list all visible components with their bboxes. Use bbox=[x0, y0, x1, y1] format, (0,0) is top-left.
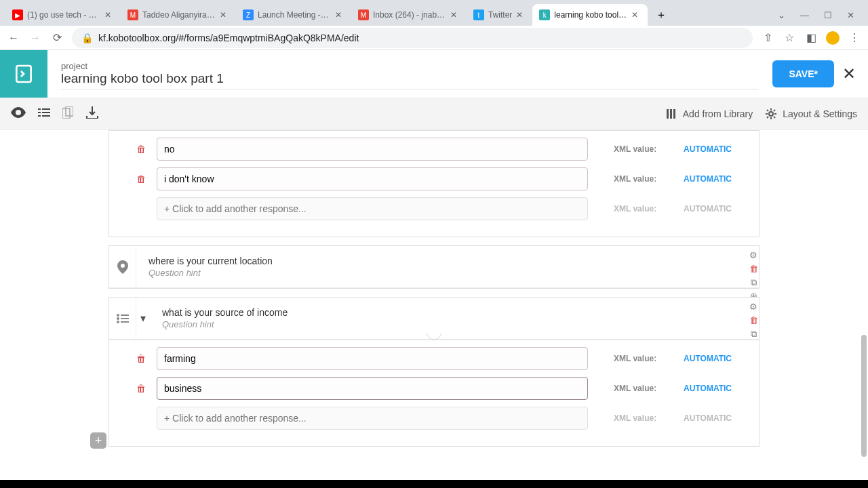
url-input[interactable]: 🔒 kf.kobotoolbox.org/#/forms/a9EmqwptmiB… bbox=[72, 28, 753, 48]
add-from-library-button[interactable]: Add from Library bbox=[665, 108, 753, 120]
lock-icon: 🔒 bbox=[81, 33, 93, 43]
close-icon[interactable]: ✕ bbox=[450, 10, 460, 20]
window-controls: ⌄ — ☐ ✕ bbox=[778, 10, 863, 20]
address-bar: ← → ⟳ 🔒 kf.kobotoolbox.org/#/forms/a9Emq… bbox=[0, 26, 868, 50]
tab-zoom[interactable]: ZLaunch Meeting - Zoo✕ bbox=[236, 4, 351, 26]
question-hint[interactable]: Question hint bbox=[162, 319, 747, 329]
chevron-down-icon[interactable]: ⌄ bbox=[778, 10, 785, 20]
share-icon[interactable]: ⇧ bbox=[761, 31, 774, 44]
choice-input[interactable] bbox=[157, 347, 588, 370]
scrollbar[interactable] bbox=[861, 335, 867, 457]
choice-input[interactable] bbox=[157, 138, 588, 161]
tab-label: Launch Meeting - Zoo bbox=[258, 10, 331, 20]
tab-twitter[interactable]: tTwitter✕ bbox=[467, 4, 532, 26]
close-icon[interactable]: ✕ bbox=[516, 10, 526, 20]
tab-gmail-2[interactable]: MInbox (264) - jnabasa✕ bbox=[351, 4, 467, 26]
income-choice-list: 🗑 XML value:AUTOMATIC 🗑 XML value:AUTOMA… bbox=[108, 340, 760, 447]
svg-point-4 bbox=[117, 314, 119, 317]
profile-icon[interactable] bbox=[826, 31, 840, 45]
app-header: project learning kobo tool box part 1 SA… bbox=[0, 50, 868, 98]
back-button[interactable]: ← bbox=[7, 31, 20, 45]
choice-input[interactable] bbox=[157, 167, 588, 190]
copy-icon[interactable]: ⧉ bbox=[747, 277, 760, 289]
close-editor-button[interactable]: ✕ bbox=[842, 64, 856, 83]
youtube-icon: ▶ bbox=[12, 9, 23, 20]
preview-icon[interactable] bbox=[11, 107, 26, 121]
export-icon[interactable] bbox=[85, 106, 99, 121]
close-icon[interactable]: ✕ bbox=[631, 10, 641, 20]
collapse-toggle[interactable]: ▾ bbox=[136, 298, 150, 339]
delete-choice-icon[interactable]: 🗑 bbox=[136, 383, 147, 394]
choice-row: 🗑 XML value:AUTOMATIC bbox=[136, 347, 732, 370]
copy-icon[interactable] bbox=[62, 106, 73, 121]
kobo-icon: k bbox=[539, 9, 550, 20]
svg-rect-5 bbox=[121, 314, 129, 316]
project-title[interactable]: learning kobo tool box part 1 bbox=[61, 71, 759, 89]
delete-choice-icon[interactable]: 🗑 bbox=[136, 144, 147, 155]
forward-button[interactable]: → bbox=[28, 31, 42, 45]
close-window-icon[interactable]: ✕ bbox=[847, 10, 854, 20]
menu-icon[interactable]: ⋮ bbox=[848, 31, 861, 44]
new-tab-button[interactable]: ＋ bbox=[652, 5, 671, 24]
xml-value: XML value:AUTOMATIC bbox=[597, 413, 732, 423]
add-choice-input[interactable] bbox=[157, 407, 588, 430]
gmail-icon: M bbox=[358, 9, 369, 20]
trash-icon[interactable]: 🗑 bbox=[747, 315, 760, 327]
tab-youtube[interactable]: ▶(1) go use tech - You✕ bbox=[5, 4, 121, 26]
xml-value: XML value:AUTOMATIC bbox=[597, 204, 732, 214]
gear-icon[interactable]: ⚙ bbox=[747, 250, 760, 262]
app-root: project learning kobo tool box part 1 SA… bbox=[0, 50, 868, 480]
gmail-icon: M bbox=[127, 9, 138, 20]
project-heading: project learning kobo tool box part 1 bbox=[47, 50, 772, 98]
kobo-logo-icon bbox=[13, 63, 35, 85]
add-question-button[interactable]: + bbox=[90, 432, 106, 449]
svg-point-8 bbox=[117, 321, 119, 323]
tab-label: Taddeo Aliganyira has bbox=[142, 10, 216, 20]
xml-value: XML value:AUTOMATIC bbox=[597, 384, 732, 393]
trash-icon[interactable]: 🗑 bbox=[747, 264, 760, 276]
star-icon[interactable]: ☆ bbox=[783, 31, 796, 44]
question-income[interactable]: ▾ what is your source of income Question… bbox=[108, 297, 760, 340]
tab-label: Inbox (264) - jnabasa bbox=[373, 10, 446, 20]
minimize-icon[interactable]: — bbox=[800, 10, 809, 20]
choice-input[interactable] bbox=[157, 377, 588, 400]
project-label: project bbox=[61, 61, 759, 71]
question-title[interactable]: where is your current location bbox=[149, 256, 747, 266]
tab-label: Twitter bbox=[488, 10, 512, 20]
question-title[interactable]: what is your source of income bbox=[162, 307, 747, 318]
maximize-icon[interactable]: ☐ bbox=[824, 10, 832, 20]
browser-chrome: ▶(1) go use tech - You✕ MTaddeo Aliganyi… bbox=[0, 0, 868, 50]
add-from-library-label: Add from Library bbox=[683, 108, 753, 119]
reload-button[interactable]: ⟳ bbox=[50, 31, 64, 45]
choice-row: 🗑 XML value:AUTOMATIC bbox=[136, 167, 732, 190]
question-hint[interactable]: Question hint bbox=[149, 268, 747, 278]
add-choice-input[interactable] bbox=[157, 197, 588, 220]
kobo-logo[interactable] bbox=[0, 50, 47, 98]
form-toolbar: Add from Library Layout & Settings bbox=[0, 98, 868, 130]
choice-row-placeholder: 🗑 XML value:AUTOMATIC bbox=[136, 407, 732, 430]
save-button[interactable]: SAVE* bbox=[772, 60, 834, 87]
copy-icon[interactable]: ⧉ bbox=[747, 329, 760, 341]
question-location[interactable]: where is your current location Question … bbox=[108, 245, 760, 289]
tab-kobo[interactable]: klearning kobo tool bo✕ bbox=[532, 4, 648, 26]
close-icon[interactable]: ✕ bbox=[104, 10, 114, 20]
gear-icon[interactable]: ⚙ bbox=[747, 302, 760, 314]
url-text: kf.kobotoolbox.org/#/forms/a9EmqwptmiBAg… bbox=[98, 33, 359, 43]
choice-row: 🗑 XML value:AUTOMATIC bbox=[136, 377, 732, 400]
delete-choice-icon[interactable]: 🗑 bbox=[136, 174, 147, 184]
choice-row: 🗑 XML value:AUTOMATIC bbox=[136, 138, 732, 161]
tab-gmail-1[interactable]: MTaddeo Aliganyira has✕ bbox=[121, 4, 236, 26]
close-icon[interactable]: ✕ bbox=[335, 10, 344, 20]
svg-point-3 bbox=[769, 112, 773, 116]
settings-list-icon[interactable] bbox=[38, 107, 50, 121]
library-icon bbox=[665, 108, 677, 120]
top-choice-list: 🗑 XML value:AUTOMATIC 🗑 XML value:AUTOMA… bbox=[108, 130, 760, 237]
delete-choice-icon[interactable]: 🗑 bbox=[136, 353, 147, 364]
twitter-icon: t bbox=[473, 9, 484, 20]
close-icon[interactable]: ✕ bbox=[220, 10, 229, 20]
layout-settings-button[interactable]: Layout & Settings bbox=[765, 108, 857, 120]
letterbox bbox=[0, 480, 868, 488]
tab-bar: ▶(1) go use tech - You✕ MTaddeo Aliganyi… bbox=[0, 0, 868, 26]
form-canvas[interactable]: 🗑 XML value:AUTOMATIC 🗑 XML value:AUTOMA… bbox=[0, 130, 868, 480]
extensions-icon[interactable]: ◧ bbox=[804, 31, 818, 44]
